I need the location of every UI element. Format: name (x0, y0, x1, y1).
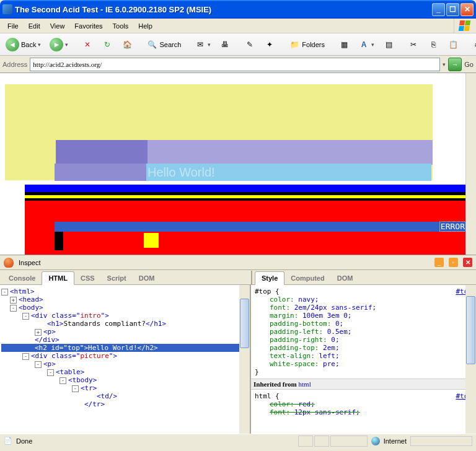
menu-help[interactable]: Help (133, 20, 157, 32)
mail-button[interactable]: ✉▾ (192, 37, 214, 52)
twisty-icon[interactable]: - (60, 377, 66, 384)
search-button[interactable]: 🔍Search (143, 37, 184, 52)
twisty-icon[interactable]: - (35, 361, 42, 368)
tab-dom-left[interactable]: DOM (133, 272, 161, 284)
print-button[interactable]: 🖶 (216, 37, 234, 52)
firebug-tabs: Console HTML CSS Script DOM Style Comput… (0, 270, 476, 285)
edit-button[interactable]: ✎ (241, 37, 258, 52)
menu-edit[interactable]: Edit (24, 20, 45, 32)
maximize-button[interactable]: ☐ (446, 3, 459, 16)
search-label: Search (159, 41, 181, 48)
menu-file[interactable]: File (2, 20, 24, 32)
back-label: Back (21, 41, 36, 48)
refresh-button[interactable]: ↻ (99, 37, 116, 52)
back-button[interactable]: ◄Back ▾ (2, 36, 44, 53)
size-button[interactable]: aA▾ (469, 37, 476, 52)
style-scrollbar[interactable] (465, 285, 476, 434)
page-icon: 📄 (4, 437, 12, 445)
firebug-minimize[interactable]: _ (434, 258, 444, 267)
inherited-header: Inherited from html (251, 379, 476, 390)
html-scrollbar[interactable] (239, 285, 250, 434)
cut-button[interactable]: ✂ (405, 37, 422, 52)
acid-hello-text: Hello World! (146, 164, 431, 181)
stop-button[interactable]: ✕ (79, 37, 96, 52)
minimize-button[interactable]: _ (432, 3, 445, 16)
twisty-icon[interactable]: - (47, 369, 54, 376)
firebug-detach[interactable]: ▫ (449, 258, 458, 267)
go-button[interactable]: → (448, 58, 462, 71)
forward-button[interactable]: ►▾ (46, 36, 71, 53)
menu-view[interactable]: View (45, 20, 70, 32)
inspect-button[interactable]: Inspect (19, 259, 40, 266)
menu-favorites[interactable]: Favorites (69, 20, 107, 32)
address-input[interactable] (30, 58, 440, 71)
ie-icon (2, 4, 12, 14)
tab-console[interactable]: Console (2, 272, 42, 284)
status-bar: 📄 Done Internet (0, 434, 476, 447)
address-bar: Address ▾ → Go (0, 56, 476, 73)
font-button[interactable]: A▾ (355, 37, 377, 52)
acid-purple-mid (55, 164, 148, 181)
paste-button[interactable]: 📋 (444, 37, 462, 52)
firebug-toolbar: Inspect _ ▫ ✕ (0, 255, 476, 270)
home-button[interactable]: 🏠 (118, 37, 136, 52)
twisty-icon[interactable]: + (35, 329, 42, 336)
status-text: Done (16, 437, 32, 445)
scrollbar-vertical[interactable] (465, 73, 476, 255)
acid-blue-stripe (25, 185, 470, 192)
style-panel[interactable]: #top#top { color: navy; font: 2em/24px s… (251, 285, 476, 434)
address-dropdown[interactable]: ▾ (443, 61, 446, 68)
twisty-icon[interactable]: - (10, 305, 17, 312)
copy-button[interactable]: ⎘ (425, 37, 442, 52)
windows-flag-icon (454, 19, 475, 33)
folders-button[interactable]: 📁Folders (286, 37, 328, 52)
acid-error-bar: ERROR (55, 222, 469, 232)
related-button[interactable]: ▦ (335, 37, 353, 52)
globe-icon (371, 437, 380, 445)
toolbar: ◄Back ▾ ►▾ ✕ ↻ 🏠 🔍Search ✉▾ 🖶 ✎ ✦ 📁Folde… (0, 33, 476, 56)
twisty-icon[interactable]: - (1, 289, 8, 296)
status-pane (410, 436, 472, 446)
address-label: Address (2, 61, 27, 68)
folders-label: Folders (302, 41, 325, 48)
zone-text: Internet (384, 437, 407, 445)
tab-computed[interactable]: Computed (284, 272, 330, 284)
twisty-icon[interactable]: - (22, 313, 29, 320)
tab-style[interactable]: Style (255, 271, 284, 285)
encoding-button[interactable]: ▤ (380, 37, 397, 52)
window-title: The Second Acid Test - IE 6.0.2900.2180 … (15, 5, 432, 14)
selected-node[interactable]: <h2 id="top">Hello World!</h2> (1, 344, 249, 352)
menu-tools[interactable]: Tools (108, 20, 134, 32)
tab-script[interactable]: Script (101, 272, 133, 284)
tab-dom-right[interactable]: DOM (331, 272, 359, 284)
html-tree[interactable]: -<html> +<head> -<body> -<div class="int… (0, 285, 251, 434)
firebug-close[interactable]: ✕ (463, 258, 472, 267)
firebug-icon (4, 258, 14, 268)
close-button[interactable]: ✕ (461, 3, 474, 16)
go-label: Go (464, 61, 474, 68)
acid-purple-light (148, 140, 433, 165)
acid-yellow-box (144, 233, 159, 248)
discuss-button[interactable]: ✦ (261, 37, 278, 52)
title-bar: The Second Acid Test - IE 6.0.2900.2180 … (0, 0, 476, 19)
firebug-panel: Inspect _ ▫ ✕ Console HTML CSS Script DO… (0, 255, 476, 434)
menu-bar: File Edit View Favorites Tools Help (0, 19, 476, 33)
acid-purple-dark (56, 140, 148, 165)
twisty-icon[interactable]: - (72, 385, 79, 392)
tab-html[interactable]: HTML (42, 271, 74, 285)
acid-black-box (55, 232, 63, 250)
twisty-icon[interactable]: + (10, 297, 17, 304)
tab-css[interactable]: CSS (74, 272, 101, 284)
page-viewport: Hello World! ERROR (0, 73, 476, 255)
twisty-icon[interactable]: - (22, 353, 29, 360)
